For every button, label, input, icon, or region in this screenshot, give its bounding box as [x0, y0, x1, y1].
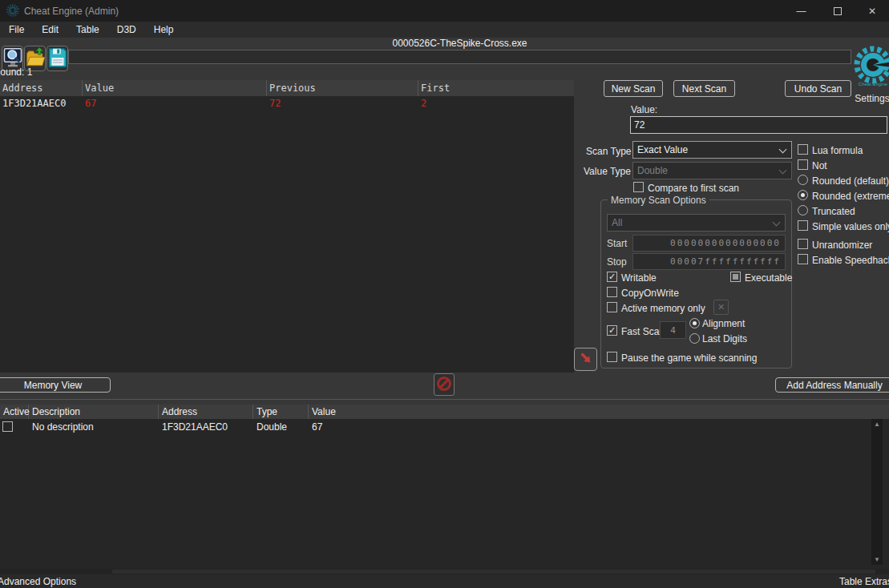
found-col-previous[interactable]: Previous — [267, 80, 418, 96]
address-list-scrollbar[interactable]: ▲ ▼ — [871, 419, 883, 565]
stop-scan-button[interactable] — [434, 373, 455, 396]
settings-logo-button[interactable]: Cheat Engine — [852, 46, 889, 87]
col-type[interactable]: Type — [253, 405, 309, 419]
scan-type-dropdown[interactable]: Exact Value — [632, 141, 792, 159]
fast-scan-alignment-input[interactable] — [660, 321, 686, 339]
value-type-label: Value Type — [584, 166, 631, 177]
unrandomizer-checkbox[interactable] — [798, 239, 808, 249]
rounded-extreme-label: Rounded (extreme) — [812, 191, 889, 202]
menu-help[interactable]: Help — [145, 22, 183, 37]
scroll-up-icon[interactable]: ▲ — [871, 419, 883, 429]
enable-speedhack-label: Enable Speedhack — [812, 255, 889, 266]
alignment-radio[interactable] — [689, 318, 700, 328]
collapse-scan-panel-button[interactable] — [574, 348, 597, 371]
menu-edit[interactable]: Edit — [33, 22, 67, 37]
simple-values-checkbox[interactable] — [798, 220, 808, 231]
window-title: Cheat Engine (Admin) — [24, 6, 119, 17]
chevron-down-icon — [773, 219, 781, 227]
memory-view-label: Memory View — [24, 380, 82, 391]
add-address-manually-button[interactable]: Add Address Manually — [775, 377, 889, 393]
address-value: 67 — [312, 421, 322, 433]
new-scan-button[interactable]: New Scan — [604, 80, 663, 97]
address-active-checkbox[interactable] — [2, 421, 13, 432]
found-results-list[interactable]: Address Value Previous First 1F3D21AAEC0… — [0, 80, 574, 373]
save-table-button[interactable] — [46, 46, 68, 71]
start-label: Start — [607, 238, 627, 249]
writable-checkbox[interactable]: ✓ — [607, 272, 617, 282]
compare-first-scan-checkbox[interactable] — [633, 182, 644, 192]
next-scan-button[interactable]: Next Scan — [673, 80, 735, 97]
executable-label: Executable — [745, 272, 792, 284]
chevron-down-icon — [779, 146, 787, 154]
scan-type-label: Scan Type — [586, 146, 631, 157]
found-row-previous: 72 — [267, 96, 418, 111]
address-description: No description — [32, 421, 94, 433]
cheat-engine-window: Cheat Engine (Admin) — ✕ File Edit Table… — [0, 0, 889, 588]
scroll-down-icon[interactable]: ▼ — [871, 554, 883, 565]
fast-scan-label: Fast Scan — [621, 326, 665, 337]
truncated-radio[interactable] — [798, 205, 808, 215]
col-description[interactable]: Description — [29, 405, 159, 419]
pause-game-checkbox[interactable] — [607, 352, 617, 362]
menu-file[interactable]: File — [0, 22, 33, 37]
settings-label[interactable]: Settings — [852, 93, 889, 104]
address-row[interactable]: No description 1F3D21AAEC0 Double 67 — [0, 419, 866, 435]
horizontal-scrollbar-track[interactable] — [112, 570, 875, 574]
executable-checkbox[interactable] — [730, 272, 741, 282]
scan-stop-input[interactable] — [632, 253, 786, 270]
scan-value-input[interactable] — [630, 116, 887, 134]
stop-label: Stop — [607, 256, 627, 268]
rounded-default-radio[interactable] — [798, 175, 808, 185]
value-type-dropdown: Double — [632, 162, 792, 179]
address-list-header: Active Description Address Type Value — [0, 405, 889, 419]
fast-scan-checkbox[interactable]: ✓ — [607, 325, 617, 336]
rounded-default-label: Rounded (default) — [812, 175, 889, 187]
menu-d3d[interactable]: D3D — [108, 22, 145, 37]
scan-start-input[interactable] — [632, 235, 786, 252]
maximize-button[interactable] — [819, 0, 855, 22]
simple-values-label: Simple values only — [812, 221, 889, 232]
maximize-icon — [834, 7, 842, 15]
table-extras-link[interactable]: Table Extras — [839, 576, 889, 587]
copyonwrite-label: CopyOnWrite — [621, 288, 679, 299]
found-col-value[interactable]: Value — [83, 80, 267, 96]
menubar: File Edit Table D3D Help — [0, 22, 889, 38]
col-value[interactable]: Value — [309, 405, 549, 419]
address-address: 1F3D21AAEC0 — [162, 421, 228, 433]
advanced-options-link[interactable]: Advanced Options — [0, 576, 76, 587]
copyonwrite-checkbox[interactable] — [607, 287, 617, 297]
close-button[interactable]: ✕ — [855, 0, 889, 22]
found-row[interactable]: 1F3D21AAEC0 67 72 2 — [0, 96, 574, 111]
col-address[interactable]: Address — [159, 405, 253, 419]
undo-scan-button[interactable]: Undo Scan — [785, 80, 851, 97]
lua-formula-label: Lua formula — [812, 145, 863, 156]
minimize-icon: — — [797, 6, 806, 17]
value-label: Value: — [631, 104, 657, 115]
check-icon: ✓ — [608, 272, 616, 281]
pause-game-label: Pause the game while scanning — [621, 352, 757, 364]
minimize-button[interactable]: — — [783, 0, 819, 22]
col-active[interactable]: Active — [0, 405, 29, 419]
found-row-address: 1F3D21AAEC0 — [0, 96, 83, 111]
not-label: Not — [812, 160, 827, 171]
last-digits-radio[interactable] — [689, 333, 700, 344]
clear-region-button[interactable]: ✕ — [713, 300, 729, 315]
statusbar: Advanced Options Table Extras — [0, 574, 889, 588]
not-checkbox[interactable] — [798, 159, 808, 170]
found-list-header: Address Value Previous First — [0, 80, 574, 96]
rounded-extreme-radio[interactable] — [798, 190, 808, 200]
add-address-label: Add Address Manually — [786, 380, 882, 391]
address-list[interactable]: Active Description Address Type Value No… — [0, 405, 889, 569]
memory-view-button[interactable]: Memory View — [0, 377, 111, 393]
writable-label: Writable — [621, 272, 657, 284]
found-col-address[interactable]: Address — [0, 80, 83, 96]
lua-formula-checkbox[interactable] — [798, 144, 808, 155]
menu-table[interactable]: Table — [67, 22, 108, 37]
active-memory-checkbox[interactable] — [607, 302, 617, 312]
found-row-value: 67 — [83, 96, 267, 111]
enable-speedhack-checkbox[interactable] — [798, 254, 808, 264]
clear-x-icon: ✕ — [717, 302, 725, 312]
found-col-first[interactable]: First — [418, 80, 574, 96]
compare-first-scan-label: Compare to first scan — [648, 183, 739, 194]
app-logo-icon — [6, 4, 19, 19]
